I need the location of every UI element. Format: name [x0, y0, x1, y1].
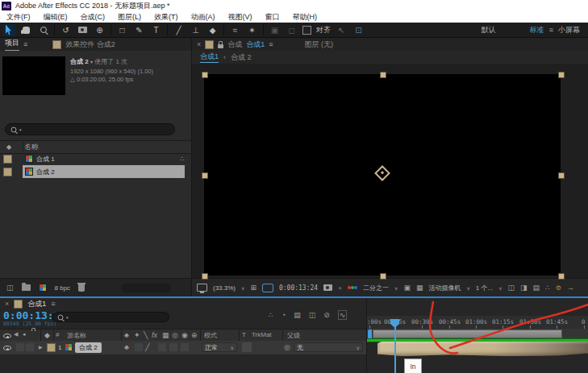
layer-quality-icon[interactable]: ╱ [145, 343, 149, 351]
layer-label-chip[interactable] [47, 343, 56, 352]
selection-handle-top-left[interactable] [202, 72, 208, 78]
trash-icon[interactable] [78, 284, 85, 292]
interpret-footage-icon[interactable]: ◫ [6, 284, 14, 292]
region-of-interest-icon[interactable]: ▣ [403, 284, 411, 292]
rotate-tool-button[interactable]: ↺ [60, 24, 72, 36]
selection-tool-button[interactable] [3, 24, 15, 36]
snap-option-a-icon[interactable]: ↖ [336, 24, 348, 36]
new-composition-icon[interactable] [39, 284, 47, 292]
magnification-dropdown-icon[interactable]: ∨ [241, 285, 244, 291]
time-ruler[interactable]: :00s 00:15s 00:30s 00:45s 01:00s 01:15s … [367, 316, 588, 329]
selection-handle-mid-right[interactable] [558, 172, 565, 179]
workspace-standard[interactable]: 标准 [530, 25, 544, 35]
switch-quality-icon[interactable]: ╲ [144, 331, 148, 339]
menu-view[interactable]: 视图(V) [222, 12, 259, 23]
camera-dropdown-icon[interactable]: ∨ [466, 285, 469, 291]
mini-flowchart-icon[interactable]: ∴ [545, 284, 550, 292]
view-layout-icon[interactable]: ◫ [508, 284, 515, 292]
project-bpc[interactable]: 8 bpc [55, 284, 71, 292]
transparency-grid-icon[interactable]: ▦ [416, 284, 423, 292]
type-tool-button[interactable]: T [150, 24, 162, 36]
timeline-panel-menu-icon[interactable]: ≡ [51, 300, 55, 308]
layer-switch-cell[interactable] [169, 343, 177, 351]
label-column-icon[interactable]: ◆ [44, 331, 50, 339]
new-folder-icon[interactable] [22, 284, 31, 291]
switch-shy-icon[interactable]: ♣ [124, 331, 129, 339]
menu-window[interactable]: 窗口 [259, 12, 286, 23]
breadcrumb-comp2[interactable]: 合成 2 [231, 52, 252, 63]
search-options-icon[interactable]: ▾ [66, 315, 69, 320]
workspace-small-screen[interactable]: 小屏幕 [558, 25, 580, 35]
label-color-chip[interactable] [3, 168, 12, 176]
tab-layer[interactable]: 图层 (无) [305, 39, 334, 50]
menu-help[interactable]: 帮助(H) [286, 12, 324, 23]
project-row-comp1[interactable]: 合成 1 ∴ [0, 152, 191, 165]
selection-handle-bottom-right[interactable] [558, 273, 565, 280]
menu-edit[interactable]: 编辑(E) [37, 12, 74, 23]
switch-3d-icon[interactable]: ⊕ [191, 331, 198, 339]
sand-footage-bar[interactable] [377, 342, 588, 356]
camera-tool-button[interactable] [77, 24, 89, 36]
snap-option-b-icon[interactable]: ⊡ [352, 24, 365, 36]
parent-column-header[interactable]: 父级 [287, 331, 300, 340]
parent-pickwhip-icon[interactable]: ◎ [284, 343, 290, 351]
layer-switch-cell[interactable] [158, 343, 166, 351]
menu-effect[interactable]: 效果(T) [148, 12, 185, 23]
share-view-icon[interactable]: ◨ [520, 284, 528, 292]
zoom-tool-button[interactable] [37, 24, 49, 36]
selection-handle-bottom-left[interactable] [202, 273, 208, 280]
close-tab-icon[interactable]: × [197, 40, 201, 48]
source-name-column-header[interactable]: 源名称 [67, 331, 86, 340]
puppet-pin-tool-button[interactable]: ✶ [246, 24, 258, 36]
motion-blur-icon[interactable]: ⊘ [323, 311, 330, 319]
layer-expand-icon[interactable]: ▶ [39, 344, 43, 350]
blend-mode-dropdown[interactable]: 正常 ∨ [202, 342, 237, 352]
comp-tab-name[interactable]: 合成1 [246, 39, 265, 50]
audio-column-icon[interactable]: ◀ [14, 331, 18, 338]
pen-tool-button[interactable]: ✎ [133, 24, 145, 36]
trkmat-column-header[interactable]: TrkMat [252, 331, 272, 338]
show-snapshot-icon[interactable]: ● [338, 284, 342, 292]
timeline-search-input[interactable]: ▾ [52, 312, 169, 322]
rectangle-tool-button[interactable]: □ [116, 24, 128, 36]
tab-effect-controls[interactable]: 效果控件 合成2 [65, 39, 115, 50]
menu-file[interactable]: 文件(F) [0, 12, 37, 23]
switch-frame-blend-icon[interactable]: ▦ [162, 331, 169, 339]
close-tab-icon[interactable]: × [5, 300, 9, 308]
resolution-value[interactable]: 二分之一 [363, 284, 389, 292]
item-name[interactable]: 合成 2 [36, 168, 55, 176]
grid-guides-icon[interactable]: ⊞ [250, 284, 256, 292]
item-name[interactable]: 合成 1 [36, 155, 55, 164]
breadcrumb-comp1[interactable]: 合成1 [200, 52, 219, 63]
layer-row[interactable]: ▶ 1 合成 2 ♣ ╱ 正常 ∨ ◎ 无 ∨ [0, 341, 367, 355]
timeline-tab[interactable]: × 合成1 ≡ [0, 298, 367, 309]
camera-view-value[interactable]: 活动摄像机 [428, 284, 461, 292]
parent-dropdown[interactable]: 无 ∨ [294, 342, 363, 352]
menu-layer[interactable]: 图层(L) [111, 12, 148, 23]
exposure-icon[interactable]: ▤ [533, 284, 540, 292]
snapshot-icon[interactable] [323, 284, 332, 291]
workspace-menu-icon[interactable]: ≡ [549, 26, 553, 34]
frame-blending-icon[interactable]: ▤ [294, 311, 301, 319]
trkmat-cell[interactable] [242, 342, 252, 352]
collapse-transformations-icon[interactable]: ◫ [309, 311, 316, 319]
index-column-header[interactable]: # [56, 331, 59, 338]
mask-visibility-icon[interactable] [262, 284, 273, 292]
selection-handle-top-right[interactable] [558, 72, 565, 78]
views-dropdown-icon[interactable]: ∨ [498, 285, 502, 291]
menu-animation[interactable]: 动画(A) [185, 12, 222, 23]
selection-handle-bottom-center[interactable] [380, 273, 386, 280]
channels-icon[interactable] [348, 286, 351, 289]
always-preview-icon[interactable] [197, 284, 207, 292]
lock-icon[interactable] [218, 44, 223, 48]
snap-label[interactable]: 对齐 [316, 25, 331, 35]
preview-flag-icon[interactable]: ▾ [90, 60, 93, 64]
name-column-header[interactable]: 名称 [24, 143, 38, 152]
brush-tool-button[interactable]: ╱ [173, 24, 185, 36]
hand-tool-button[interactable] [20, 24, 32, 36]
search-options-icon[interactable]: ▾ [19, 127, 22, 132]
comp-panel-menu-icon[interactable]: ≡ [269, 40, 273, 48]
selection-handle-mid-left[interactable] [202, 172, 208, 179]
switch-adjustment-icon[interactable]: ◉ [181, 331, 188, 339]
project-row-comp2-selected[interactable]: 合成 2 [0, 165, 191, 178]
